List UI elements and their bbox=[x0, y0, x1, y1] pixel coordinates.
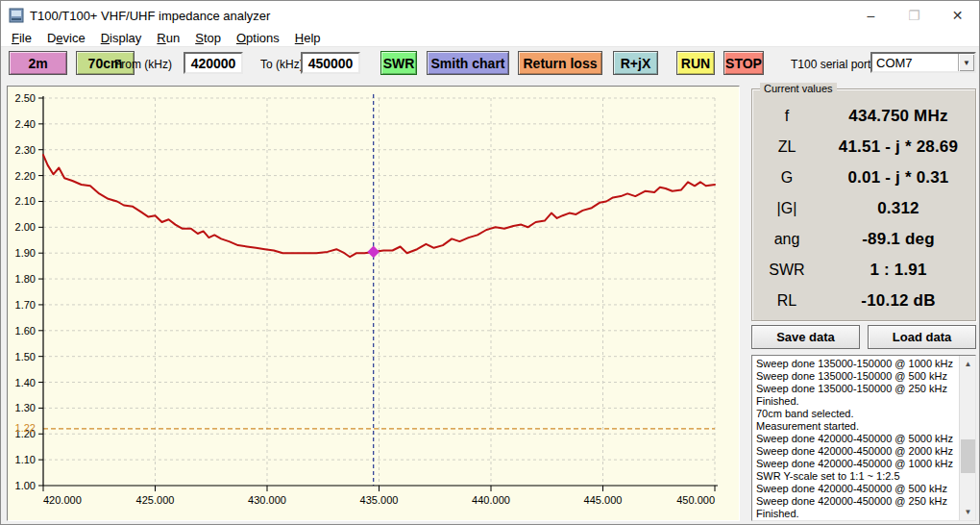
svg-text:1.90: 1.90 bbox=[15, 247, 36, 259]
r-plus-jx-button[interactable]: R+jX bbox=[613, 51, 658, 75]
minimize-icon: – bbox=[868, 8, 875, 23]
current-value-row: f434.750 MHz bbox=[752, 101, 975, 132]
svg-text:2.20: 2.20 bbox=[15, 170, 36, 182]
svg-text:1.10: 1.10 bbox=[15, 454, 36, 465]
cv-label-swr: SWR bbox=[752, 262, 821, 279]
minimize-button[interactable]: – bbox=[849, 1, 893, 30]
from-khz-label: From (kHz) bbox=[114, 58, 172, 71]
chevron-down-icon[interactable]: ▼ bbox=[958, 54, 974, 71]
svg-text:1.50: 1.50 bbox=[15, 351, 36, 362]
menu-item-help[interactable]: Help bbox=[287, 30, 329, 47]
scrollbar-thumb[interactable] bbox=[961, 439, 975, 473]
log-box[interactable]: Sweep done 135000-150000 @ 1000 kHzSweep… bbox=[751, 355, 976, 521]
band-2m-button[interactable]: 2m bbox=[9, 51, 67, 75]
current-value-row: ZL41.51 - j * 28.69 bbox=[752, 132, 975, 162]
from-khz-input[interactable] bbox=[184, 52, 243, 74]
svg-text:2.50: 2.50 bbox=[15, 92, 36, 104]
app-window: { "window": { "title": "T100/T100+ VHF/U… bbox=[0, 0, 980, 525]
app-icon bbox=[9, 8, 24, 23]
menu-bar: FileDeviceDisplayRunStopOptionsHelp bbox=[1, 30, 979, 47]
close-icon: ✕ bbox=[952, 8, 964, 23]
menu-item-device[interactable]: Device bbox=[39, 30, 93, 47]
scroll-up-icon[interactable]: ▲ bbox=[960, 356, 976, 372]
cv-label-g: |G| bbox=[752, 200, 821, 217]
cv-label-zl: ZL bbox=[752, 138, 821, 156]
stop-button[interactable]: STOP bbox=[723, 51, 764, 75]
current-value-row: SWR1 : 1.91 bbox=[752, 255, 975, 286]
svg-text:425.000: 425.000 bbox=[136, 494, 175, 506]
swr-chart-panel: 1.001.101.201.301.401.501.601.701.801.90… bbox=[7, 86, 740, 521]
log-scrollbar[interactable]: ▲ ▼ bbox=[959, 356, 975, 520]
current-value-row: |G|0.312 bbox=[752, 193, 975, 224]
maximize-button[interactable]: ❐ bbox=[893, 1, 936, 30]
serial-port-label: T100 serial port bbox=[791, 58, 870, 71]
log-line: Sweep done 420000-450000 @ 500 kHz bbox=[756, 483, 959, 495]
menu-item-display[interactable]: Display bbox=[93, 30, 150, 47]
close-button[interactable]: ✕ bbox=[936, 1, 979, 30]
load-data-button[interactable]: Load data bbox=[868, 325, 976, 349]
cursor-marker[interactable] bbox=[367, 246, 380, 259]
svg-text:2.10: 2.10 bbox=[15, 195, 36, 207]
current-values-title: Current values bbox=[760, 83, 837, 94]
cv-value: 0.01 - j * 0.31 bbox=[821, 168, 975, 188]
svg-text:1.30: 1.30 bbox=[15, 402, 36, 413]
menu-item-stop[interactable]: Stop bbox=[187, 30, 229, 47]
current-value-row: RL-10.12 dB bbox=[752, 286, 975, 316]
current-values-group: f434.750 MHzZL41.51 - j * 28.69G0.01 - j… bbox=[751, 88, 976, 321]
log-line: Sweep done 420000-450000 @ 1000 kHz bbox=[756, 458, 959, 470]
cv-label-rl: RL bbox=[752, 292, 821, 310]
cv-label-f: f bbox=[752, 108, 821, 125]
to-khz-input[interactable] bbox=[301, 52, 360, 74]
svg-text:2.00: 2.00 bbox=[15, 221, 36, 233]
svg-text:430.000: 430.000 bbox=[248, 494, 286, 506]
log-line: Sweep done 420000-450000 @ 250 kHz bbox=[756, 495, 959, 508]
svg-text:1.22: 1.22 bbox=[15, 422, 36, 434]
log-lines: Sweep done 135000-150000 @ 1000 kHzSweep… bbox=[752, 356, 959, 520]
maximize-icon: ❐ bbox=[908, 8, 920, 23]
menu-item-options[interactable]: Options bbox=[229, 30, 287, 47]
swr-chart-canvas[interactable]: 1.001.101.201.301.401.501.601.701.801.90… bbox=[8, 87, 739, 520]
current-value-row: ang-89.1 deg bbox=[752, 224, 975, 255]
cv-label-g: G bbox=[752, 169, 821, 187]
log-line: 70cm band selected. bbox=[756, 408, 959, 420]
cv-value: 434.750 MHz bbox=[821, 107, 975, 126]
serial-port-select[interactable]: COM7 ▼ bbox=[870, 52, 976, 73]
run-button[interactable]: RUN bbox=[676, 51, 715, 75]
return-loss-button[interactable]: Return loss bbox=[518, 51, 602, 75]
cv-value: -10.12 dB bbox=[821, 291, 975, 311]
cv-value: -89.1 deg bbox=[821, 230, 975, 249]
svg-text:420.000: 420.000 bbox=[43, 494, 82, 506]
svg-text:2.30: 2.30 bbox=[15, 144, 36, 156]
swr-curve bbox=[43, 155, 715, 257]
scroll-down-icon[interactable]: ▼ bbox=[960, 504, 976, 520]
svg-text:2.40: 2.40 bbox=[15, 118, 36, 130]
svg-text:1.00: 1.00 bbox=[15, 480, 36, 491]
log-line: Sweep done 420000-450000 @ 5000 kHz bbox=[756, 433, 959, 445]
svg-text:450.000: 450.000 bbox=[676, 494, 715, 506]
smith-chart-button[interactable]: Smith chart bbox=[427, 51, 509, 75]
log-line: Measurement started. bbox=[756, 420, 959, 433]
menu-item-file[interactable]: File bbox=[4, 30, 39, 47]
svg-text:440.000: 440.000 bbox=[472, 494, 510, 506]
cv-value: 1 : 1.91 bbox=[821, 261, 975, 280]
swr-button[interactable]: SWR bbox=[380, 51, 417, 75]
cv-value: 0.312 bbox=[821, 199, 975, 218]
log-line: Sweep done 420000-450000 @ 2000 kHz bbox=[756, 445, 959, 458]
menu-item-run[interactable]: Run bbox=[149, 30, 187, 47]
toolbar: 2m 70cm From (kHz) To (kHz) SWR Smith ch… bbox=[1, 47, 979, 86]
log-line: Finished. bbox=[756, 508, 959, 520]
cv-label-ang: ang bbox=[752, 231, 821, 248]
svg-text:1.60: 1.60 bbox=[15, 325, 36, 337]
cv-value: 41.51 - j * 28.69 bbox=[821, 138, 975, 157]
save-data-button[interactable]: Save data bbox=[751, 325, 860, 349]
log-line: Sweep done 135000-150000 @ 250 kHz bbox=[756, 383, 959, 395]
log-line: Sweep done 135000-150000 @ 1000 kHz bbox=[756, 358, 959, 370]
svg-text:1.80: 1.80 bbox=[15, 273, 36, 285]
log-line: Sweep done 135000-150000 @ 500 kHz bbox=[756, 370, 959, 383]
svg-text:1.40: 1.40 bbox=[15, 377, 36, 388]
to-khz-label: To (kHz) bbox=[260, 58, 304, 71]
title-bar[interactable]: T100/T100+ VHF/UHF impedance analyzer – … bbox=[1, 1, 979, 30]
svg-text:1.70: 1.70 bbox=[15, 299, 36, 311]
window-title: T100/T100+ VHF/UHF impedance analyzer bbox=[30, 9, 270, 23]
log-line: Finished. bbox=[756, 395, 959, 408]
